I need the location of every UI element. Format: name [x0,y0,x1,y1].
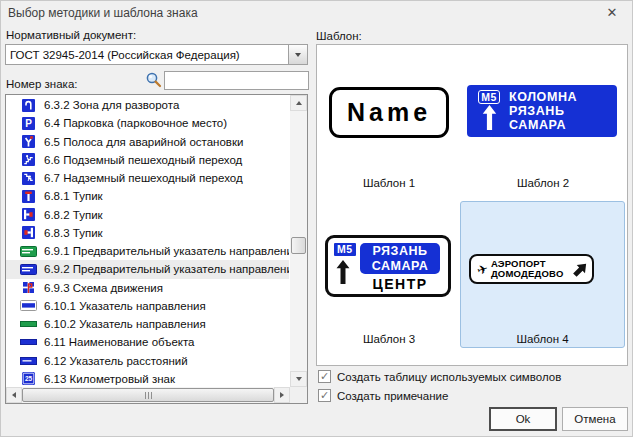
template-1-caption: Шаблон 1 [319,177,459,189]
list-item-label: 6.4 Парковка (парковочное место) [44,117,227,129]
arrow-left-icon [12,392,16,398]
check-icon: ✓ [320,371,329,382]
template-3-tile[interactable]: М5 РЯЗАНЬ САМАРА ЦЕНТР Шаблон 3 [319,205,459,349]
bar-green-icon [19,321,37,327]
list-item[interactable]: 6.7 Надземный пешеходный переход [6,169,289,187]
horizontal-scrollbar-thumb[interactable] [22,388,274,402]
vertical-scrollbar-thumb[interactable] [291,237,306,254]
template-4-caption: Шаблон 4 [461,333,624,345]
horizontal-scrollbar[interactable] [6,387,290,403]
sign-list-rows: 6.3.2 Зона для разворотаP6.4 Парковка (п… [6,96,289,386]
template-3-caption: Шаблон 3 [319,333,459,345]
fork-icon [19,135,37,148]
normative-doc-select[interactable]: ГОСТ 32945-2014 (Российская Федерация) [5,44,308,65]
list-item[interactable]: 6.9.2 Предварительный указатель направле… [6,260,289,278]
list-item[interactable]: 6.9.1 Предварительный указатель направле… [6,242,289,260]
list-item-label: 6.12 Указатель расстояний [44,355,188,367]
scroll-right-button[interactable] [274,387,290,403]
list-item[interactable]: 6.12 Указатель расстояний [6,352,289,370]
svg-text:25: 25 [24,376,32,383]
destination-line: САМАРА [509,118,612,132]
list-item[interactable]: 6.8.3 Тупик [6,224,289,242]
checkbox-note[interactable]: ✓ [318,389,331,402]
dialog-select-sign-template: { "dialog": { "title": "Выбор методики и… [0,0,633,437]
list-item[interactable]: 6.10.1 Указатель направления [6,297,289,315]
checkbox-symbols-table-label: Создать таблицу используемых символов [337,371,561,383]
template-4-sign: ✈ АЭРОПОРТ ДОМОДЕДОВО [469,254,594,284]
list-item[interactable]: 6.8.1 Тупик [6,187,289,205]
scrollbar-corner [290,387,307,403]
cancel-button[interactable]: Отмена [562,407,628,431]
list-item-label: 6.7 Надземный пешеходный переход [44,172,243,184]
template-3-destinations: РЯЗАНЬ САМАРА [360,243,440,274]
list-item[interactable]: 6.8.2 Тупик [6,206,289,224]
arrow-down-icon [296,377,302,381]
checkbox-symbols-table[interactable]: ✓ [318,370,331,383]
template-2-caption: Шаблон 2 [461,177,625,189]
list-item[interactable]: 6.9.3 Схема движения [6,279,289,297]
deadend-left-icon [19,226,37,239]
template-1-sign-text: Name [347,98,431,127]
route-badge: М5 [478,90,500,104]
list-item-label: 6.8.1 Тупик [44,190,103,202]
list-item[interactable]: 6.10.2 Указатель направления [6,315,289,333]
template-groupbox: Name Шаблон 1 М5 КОЛОМНА РЯЗАНЬ САМАРА Ш… [316,44,628,366]
scroll-left-button[interactable] [6,387,22,403]
list-item[interactable]: 256.13 Километровый знак [6,370,289,386]
list-item-label: 6.9.1 Предварительный указатель направле… [44,245,289,257]
vertical-scrollbar[interactable] [290,95,307,387]
template-2-tile[interactable]: М5 КОЛОМНА РЯЗАНЬ САМАРА Шаблон 2 [461,63,625,200]
template-1-tile[interactable]: Name Шаблон 1 [319,65,459,200]
arrow-diagonal-icon [572,261,589,278]
svg-text:P: P [25,118,32,129]
template-4-tile[interactable]: ✈ АЭРОПОРТ ДОМОДЕДОВО Шаблон 4 [460,201,625,348]
sign-number-input[interactable] [164,71,309,90]
list-item-label: 6.8.3 Тупик [44,227,103,239]
template-2-left-column: М5 [474,90,504,132]
list-item[interactable]: 6.5 Полоса для аварийной остановки [6,133,289,151]
template-1-sign: Name [329,87,449,138]
search-icon[interactable] [145,71,163,89]
list-item[interactable]: P6.4 Парковка (парковочное место) [6,114,289,132]
normative-doc-label: Нормативный документ: [6,29,136,41]
list-item-label: 6.3.2 Зона для разворота [44,99,179,111]
arrow-right-icon [280,392,284,398]
arrow-up-icon [296,101,302,105]
km-icon: 25 [19,372,37,385]
deadend-right-icon [19,208,37,221]
destination-line: РЯЗАНЬ [509,104,612,118]
sign-blue-icon [19,264,37,275]
scroll-down-button[interactable] [290,371,307,387]
list-item[interactable]: 6.6 Подземный пешеходный переход [6,151,289,169]
template-2-sign: М5 КОЛОМНА РЯЗАНЬ САМАРА [467,85,617,137]
chevron-down-icon [295,53,301,57]
scroll-up-button[interactable] [290,95,307,111]
list-item[interactable]: 6.3.2 Зона для разворота [6,96,289,114]
destination-line: КОЛОМНА [509,90,612,104]
list-item-label: 6.8.2 Тупик [44,209,103,221]
bar-blue-icon [19,339,37,345]
template-4-destinations: АЭРОПОРТ ДОМОДЕДОВО [488,259,572,279]
normative-doc-value: ГОСТ 32945-2014 (Российская Федерация) [6,49,288,61]
deadend-top-icon [19,190,37,203]
bar-blue-wide-icon [19,357,37,365]
arrow-up-icon [336,260,350,284]
sign-list[interactable]: 6.3.2 Зона для разворотаP6.4 Парковка (п… [5,94,308,404]
sign-white-icon [19,300,37,311]
list-item-label: 6.11 Наименование объекта [44,336,195,348]
list-item-label: 6.13 Километровый знак [44,373,175,385]
ok-button[interactable]: Ok [489,407,557,431]
parking-icon: P [19,117,37,130]
destination-line: ДОМОДЕДОВО [491,269,572,279]
template-3-bottom-text: ЦЕНТР [360,276,440,292]
checkbox-row-symbols-table: ✓ Создать таблицу используемых символов [318,370,561,383]
route-badge: М5 [334,243,356,256]
dropdown-button[interactable] [288,45,307,64]
list-item[interactable]: 6.11 Наименование объекта [6,333,289,351]
close-icon[interactable]: ✕ [601,4,623,22]
list-item-label: 6.9.2 Предварительный указатель направле… [44,263,289,275]
checkbox-row-note: ✓ Создать примечание [318,389,448,402]
dialog-title: Выбор методики и шаблона знака [8,6,198,20]
list-item-label: 6.6 Подземный пешеходный переход [44,154,242,166]
overpass-icon [19,172,37,185]
